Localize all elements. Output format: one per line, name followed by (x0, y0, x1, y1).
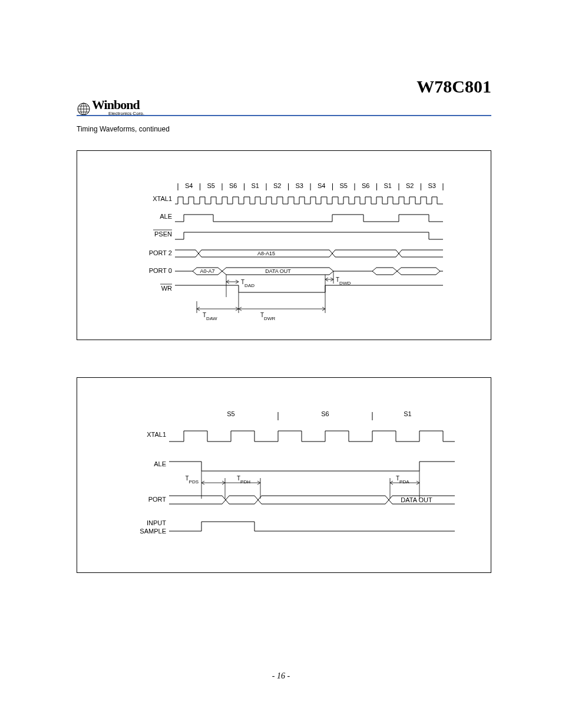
svg-text:TDAW: TDAW (203, 312, 217, 321)
svg-text:SAMPLE: SAMPLE (140, 528, 166, 535)
svg-text:PSEN: PSEN (154, 230, 172, 238)
signal-ale-2: ALE (154, 460, 455, 471)
company-logo: Winbond Electronics Corp. (77, 97, 144, 116)
part-number: W78C801 (416, 77, 491, 97)
svg-text:TDWD: TDWD (336, 276, 351, 286)
state-header-2: S5 S6 S1 (227, 410, 411, 420)
svg-text:S3: S3 (296, 182, 303, 189)
svg-text:S1: S1 (404, 410, 411, 417)
svg-text:DATA OUT: DATA OUT (401, 496, 432, 503)
timing-diagram-port-sample: S5 S6 S1 XTAL1 ALE (77, 377, 491, 573)
state-header: S4 S5 S6 S1 S2 S3 S4 S5 S6 S1 S2 S3 (178, 182, 443, 190)
svg-text:A0-A7: A0-A7 (200, 268, 214, 274)
timing-annotations-lower: TDAW TDWR (197, 297, 325, 321)
svg-text:S1: S1 (384, 182, 392, 189)
signal-xtal1-2: XTAL1 (147, 431, 455, 442)
logo-text: Winbond (92, 97, 140, 112)
page-number: - 16 - (0, 671, 562, 681)
svg-text:S3: S3 (428, 182, 436, 189)
signal-xtal1: XTAL1 (153, 195, 443, 204)
signal-input-sample: INPUT SAMPLE (140, 519, 455, 535)
svg-text:ALE: ALE (154, 460, 166, 467)
svg-text:S2: S2 (406, 182, 414, 189)
page: W78C801 Winbond Electronics Corp. Timing… (0, 0, 562, 728)
signal-psen: PSEN (153, 230, 443, 239)
timing-annotations-2: TPDS TPDH TPDA (185, 471, 419, 499)
signal-wr: WR (160, 284, 443, 292)
section-title: Timing Waveforms, continued (77, 125, 170, 133)
svg-text:S6: S6 (321, 410, 329, 417)
svg-text:S1: S1 (252, 182, 259, 189)
svg-text:S5: S5 (227, 410, 234, 417)
svg-text:PORT 0: PORT 0 (149, 267, 172, 274)
svg-text:S5: S5 (207, 182, 215, 189)
timing-diagram-write-cycle: S4 S5 S6 S1 S2 S3 S4 S5 S6 S1 S2 S3 XTAL… (77, 150, 491, 340)
svg-text:TDAD: TDAD (241, 279, 254, 288)
svg-text:XTAL1: XTAL1 (147, 431, 166, 438)
svg-text:S6: S6 (229, 182, 237, 189)
signal-port0: PORT 0 A0-A7 DATA OUT (149, 267, 443, 275)
svg-text:PORT 2: PORT 2 (149, 249, 172, 256)
svg-text:DATA OUT: DATA OUT (265, 268, 291, 274)
svg-text:WR: WR (161, 285, 172, 292)
svg-text:INPUT: INPUT (147, 519, 166, 526)
svg-text:XTAL1: XTAL1 (153, 195, 172, 202)
signal-ale: ALE (160, 213, 443, 222)
timing-annotations-upper: TDAD TDWD (226, 271, 351, 297)
svg-text:ALE: ALE (160, 213, 172, 220)
header-divider (77, 115, 491, 116)
svg-text:A8-A15: A8-A15 (257, 251, 275, 256)
signal-port2: PORT 2 A8-A15 (149, 249, 443, 257)
globe-icon (77, 102, 92, 116)
svg-text:S4: S4 (185, 182, 193, 189)
svg-text:S2: S2 (273, 182, 281, 189)
svg-text:TDWR: TDWR (260, 312, 275, 321)
svg-text:S4: S4 (318, 182, 325, 189)
svg-text:PORT: PORT (148, 496, 167, 503)
svg-text:S6: S6 (362, 182, 369, 189)
svg-text:TPDS: TPDS (185, 475, 199, 485)
svg-text:S5: S5 (340, 182, 348, 189)
signal-port: PORT DATA OUT (148, 496, 455, 504)
